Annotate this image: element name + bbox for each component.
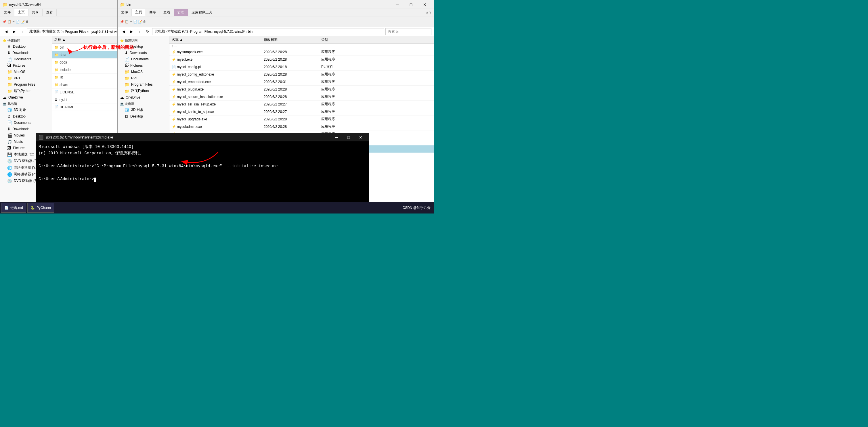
- cmd-line-5: [38, 169, 366, 176]
- right-path-bin[interactable]: bin: [248, 30, 252, 34]
- right-file-type-mysql-tzinfo: 应用程序: [319, 109, 353, 114]
- right-col-name[interactable]: 名称 ▲: [169, 37, 261, 42]
- right-file-row-mysql-plugin[interactable]: ⚡ mysql_plugin.exe 2020/6/2 20:28 应用程序: [169, 86, 434, 93]
- right-file-type-mysqladmin: 应用程序: [319, 124, 353, 129]
- right-tab-apptools[interactable]: 应用程序工具: [188, 9, 216, 16]
- right-sidebar-pictures[interactable]: 🖼Pictures: [118, 62, 169, 69]
- right-search-input[interactable]: [385, 28, 431, 35]
- sidebar-item-onedrive[interactable]: ☁OneDrive: [0, 94, 52, 101]
- right-sidebar-luffy[interactable]: 📁路飞Python: [118, 88, 169, 94]
- right-file-name-mysql-ssl: ⚡ mysql_ssl_rsa_setup.exe: [169, 102, 261, 106]
- taskbar-item-jinjin[interactable]: 📄 进击.md: [1, 203, 26, 212]
- right-tab-view[interactable]: 查看: [160, 9, 174, 16]
- left-path-mysql[interactable]: mysql-5.7.31-winx64: [89, 30, 120, 34]
- sidebar-item-downloads[interactable]: ⬇Downloads: [0, 50, 52, 56]
- left-up-button[interactable]: ↑: [19, 28, 26, 35]
- left-path-pc[interactable]: 此电脑: [29, 29, 40, 34]
- right-sidebar-3dobjects[interactable]: 🧊3D 对象: [118, 107, 169, 113]
- left-tab-home[interactable]: 主页: [14, 9, 29, 16]
- left-col-name[interactable]: 名称 ▲: [52, 37, 126, 42]
- cmd-close-button[interactable]: ✕: [355, 133, 366, 141]
- downloads-icon: ⬇: [7, 51, 11, 55]
- right-tab-file[interactable]: 文件: [118, 9, 132, 16]
- right-file-row-mysql-tzinfo[interactable]: ⚡ mysql_tzinfo_to_sql.exe 2020/6/2 20:27…: [169, 108, 434, 116]
- cmd-line-4: C:\Users\Administrator>"C:\Program Files…: [38, 163, 366, 169]
- taskbar-right: CSDN @知乎几分: [402, 205, 433, 210]
- sidebar-item-desktop[interactable]: 🖥Desktop: [0, 43, 52, 50]
- right-tab-home[interactable]: 主页: [132, 9, 146, 16]
- right-file-row-myisampack[interactable]: ⚡ myisampack.exe 2020/6/2 20:28 应用程序: [169, 48, 434, 56]
- right-tab-manage[interactable]: 管理: [174, 9, 188, 16]
- right-path-c[interactable]: 本地磁盘 (C:): [167, 29, 188, 34]
- taskbar-item-pycharm[interactable]: 🐍 PyCharm: [27, 203, 54, 212]
- sidebar-item-documents[interactable]: 📄Documents: [0, 56, 52, 62]
- left-tab-file[interactable]: 文件: [0, 9, 14, 16]
- right-sidebar-desktop2[interactable]: 🖥Desktop: [118, 113, 169, 120]
- right-file-row-mysql-config-editor[interactable]: ⚡ mysql_config_editor.exe 2020/6/2 20:28…: [169, 71, 434, 78]
- right-file-type-mysql-plugin: 应用程序: [319, 87, 353, 92]
- left-back-button[interactable]: ◀: [3, 28, 9, 35]
- right-forward-button[interactable]: ▶: [128, 28, 135, 35]
- file-name-readme: 📄 README: [52, 105, 126, 109]
- right-sidebar-onedrive[interactable]: ☁OneDrive: [118, 94, 169, 101]
- sidebar-item-macos[interactable]: 📁MacOS: [0, 69, 52, 75]
- right-path-pc[interactable]: 此电脑: [155, 29, 165, 34]
- jinjin-label: 进击.md: [10, 205, 23, 210]
- sidebar-item-pictures[interactable]: 🖼Pictures: [0, 62, 52, 69]
- right-file-date-mysqlconfig: 2020/6/2 20:18: [261, 65, 319, 69]
- right-sidebar-macos[interactable]: 📁MacOS: [118, 69, 169, 75]
- sidebar-item-desktop2[interactable]: 🖥Desktop: [0, 113, 52, 120]
- sidebar-item-luffy[interactable]: 📁路飞Python: [0, 88, 52, 94]
- right-sidebar-desktop[interactable]: 🖥Desktop: [118, 43, 169, 50]
- macos-icon: 📁: [7, 69, 12, 74]
- left-path-c[interactable]: 本地磁盘 (C:): [42, 29, 62, 34]
- right-title-controls[interactable]: ─ □ ✕: [391, 0, 431, 9]
- right-file-row-mysql-embedded[interactable]: ⚡ mysql_embedded.exe 2020/6/2 20:31 应用程序: [169, 78, 434, 86]
- taskbar: 📄 进击.md 🐍 PyCharm CSDN @知乎几分: [0, 202, 434, 214]
- right-sidebar-downloads[interactable]: ⬇Downloads: [118, 50, 169, 56]
- cmd-minimize-button[interactable]: ─: [331, 133, 342, 141]
- left-tab-share[interactable]: 共享: [29, 9, 42, 16]
- right-path-programfiles[interactable]: Program Files: [190, 30, 212, 34]
- onedrive-icon: ☁: [3, 95, 7, 100]
- right-col-date[interactable]: 修改日期: [261, 37, 319, 42]
- sidebar-item-downloads2[interactable]: ⬇Downloads: [0, 126, 52, 132]
- sidebar-item-ppt[interactable]: 📁PPT: [0, 75, 52, 81]
- right-file-row-mysqladmin[interactable]: ⚡ mysqladmin.exe 2020/6/2 20:28 应用程序: [169, 123, 434, 130]
- r-3d-icon: 🧊: [125, 108, 129, 112]
- right-sidebar-ppt[interactable]: 📁PPT: [118, 75, 169, 81]
- right-maximize-button[interactable]: □: [404, 0, 417, 9]
- cmd-window[interactable]: ⬛ 选择管理员: C:\Windows\system32\cmd.exe ─ □…: [36, 133, 369, 214]
- right-file-row-mysql-secure[interactable]: ⚡ mysql_secure_installation.exe 2020/6/2…: [169, 93, 434, 101]
- sidebar-item-programfiles[interactable]: 📁Program Files: [0, 81, 52, 88]
- right-col-type[interactable]: 类型: [319, 37, 353, 42]
- right-file-row-mysql-upgrade[interactable]: ⚡ mysql_upgrade.exe 2020/6/2 20:28 应用程序: [169, 116, 434, 123]
- pycharm-label: PyCharm: [36, 206, 51, 210]
- right-file-date-mysql-tzinfo: 2020/6/2 20:27: [261, 110, 319, 114]
- right-path-mysql[interactable]: mysql-5.7.31-winx64: [214, 30, 246, 34]
- left-tab-view[interactable]: 查看: [42, 9, 57, 16]
- cmd-maximize-button[interactable]: □: [343, 133, 354, 141]
- file-name-myini: ⚙ my.ini: [52, 98, 126, 102]
- right-up-button[interactable]: ↑: [136, 28, 143, 35]
- right-file-row-mysql-ssl[interactable]: ⚡ mysql_ssl_rsa_setup.exe 2020/6/2 20:27…: [169, 101, 434, 108]
- right-file-row-mysql[interactable]: ⚡ mysql.exe 2020/6/2 20:28 应用程序: [169, 56, 434, 63]
- left-sidebar-thispc-label: 💻 此电脑: [0, 101, 52, 107]
- left-ribbon-buttons: 📌 📋 ✂ 📄 📝 🗑: [3, 20, 29, 24]
- right-ribbon-tabs[interactable]: 文件 主页 共享 查看 管理 应用程序工具 ∧ ∨: [118, 9, 434, 17]
- sidebar-item-3dobjects[interactable]: 🧊3D 对象: [0, 107, 52, 113]
- right-file-date-mysql-config-editor: 2020/6/2 20:28: [261, 72, 319, 76]
- cmd-controls[interactable]: ─ □ ✕: [331, 133, 366, 141]
- right-refresh-button[interactable]: ↻: [144, 28, 151, 35]
- right-sidebar-programfiles[interactable]: 📁Program Files: [118, 81, 169, 88]
- left-forward-button[interactable]: ▶: [11, 28, 18, 35]
- right-close-button[interactable]: ✕: [418, 0, 431, 9]
- right-back-button[interactable]: ◀: [120, 28, 127, 35]
- sidebar-item-documents2[interactable]: 📄Documents: [0, 120, 52, 126]
- right-tab-share[interactable]: 共享: [146, 9, 160, 16]
- right-file-row-mysqlconfig[interactable]: 📄 mysql_config.pl 2020/6/2 20:18 PL 文件: [169, 63, 434, 71]
- right-address-path[interactable]: 此电脑 › 本地磁盘 (C:) › Program Files › mysql-…: [152, 28, 384, 35]
- right-sidebar-documents[interactable]: 📄Documents: [118, 56, 169, 62]
- right-minimize-button[interactable]: ─: [391, 0, 404, 9]
- left-path-programfiles[interactable]: Program Files: [65, 30, 86, 34]
